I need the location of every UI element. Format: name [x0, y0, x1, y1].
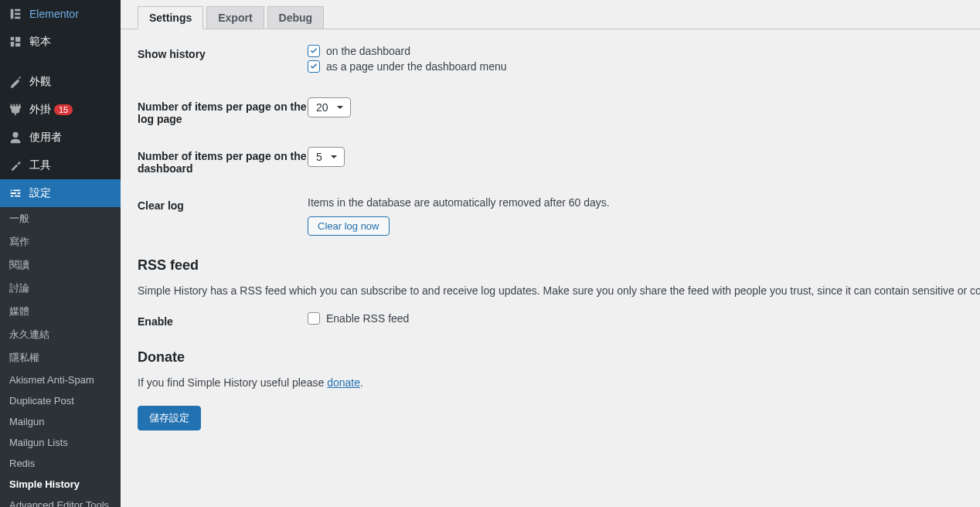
admin-sidebar: Elementor 範本 外觀 外掛 15 使用者 工具 設定 一般 — [0, 0, 121, 507]
update-badge: 15 — [54, 104, 73, 115]
submenu-item-simple-history[interactable]: Simple History — [0, 474, 121, 495]
enable-label: Enable — [138, 312, 308, 328]
submenu-item-akismet[interactable]: Akismet Anti-Spam — [0, 369, 121, 390]
checkbox-label: Enable RSS feed — [326, 312, 409, 325]
svg-rect-3 — [15, 17, 20, 19]
main-content: Settings Export Debug Show history on th… — [121, 0, 980, 507]
settings-tabs: Settings Export Debug — [121, 0, 980, 29]
submenu-item-redis[interactable]: Redis — [0, 453, 121, 474]
tab-export[interactable]: Export — [206, 6, 264, 29]
plug-icon — [8, 102, 23, 117]
donate-heading: Donate — [121, 349, 980, 366]
rss-feed-desc: Simple History has a RSS feed which you … — [121, 284, 980, 297]
submenu-item-mailgun-lists[interactable]: Mailgun Lists — [0, 432, 121, 453]
items-log-label: Number of items per page on the log page — [138, 97, 308, 125]
menu-label: 外觀 — [29, 75, 51, 89]
submenu-item-tinymce-advanced[interactable]: Advanced Editor Tools (TinyMCE Advanced) — [0, 495, 121, 507]
sidebar-item-appearance[interactable]: 外觀 — [0, 68, 121, 96]
menu-label: 外掛 — [29, 103, 51, 117]
save-settings-button[interactable]: 儲存設定 — [138, 406, 201, 430]
show-on-dashboard-checkbox[interactable] — [308, 45, 320, 57]
submenu-item-media[interactable]: 媒體 — [0, 300, 121, 323]
submenu-item-privacy[interactable]: 隱私權 — [0, 346, 121, 369]
items-dashboard-label: Number of items per page on the dashboar… — [138, 147, 308, 175]
menu-label: 設定 — [29, 186, 51, 200]
submenu-item-discussion[interactable]: 討論 — [0, 277, 121, 300]
settings-submenu: 一般 寫作 閱讀 討論 媒體 永久連結 隱私權 Akismet Anti-Spa… — [0, 207, 121, 507]
menu-label: Elementor — [29, 8, 79, 20]
clear-log-label: Clear log — [138, 196, 308, 212]
tab-debug[interactable]: Debug — [267, 6, 325, 29]
user-icon — [8, 130, 23, 145]
rss-feed-heading: RSS feed — [121, 257, 980, 274]
sidebar-item-tools[interactable]: 工具 — [0, 151, 121, 179]
svg-rect-2 — [15, 13, 20, 15]
sidebar-item-settings[interactable]: 設定 — [0, 179, 121, 207]
elementor-icon — [8, 6, 23, 22]
items-log-select[interactable]: 20 — [308, 97, 351, 117]
donate-text: If you find Simple History useful please… — [121, 376, 980, 389]
menu-label: 使用者 — [29, 131, 62, 145]
donate-link[interactable]: donate — [327, 376, 360, 389]
sidebar-item-users[interactable]: 使用者 — [0, 124, 121, 151]
brush-icon — [8, 74, 23, 90]
submenu-item-duplicate-post[interactable]: Duplicate Post — [0, 390, 121, 411]
show-as-page-checkbox[interactable] — [308, 60, 320, 73]
checkbox-label: as a page under the dashboard menu — [326, 60, 507, 73]
enable-rss-checkbox[interactable] — [308, 312, 320, 325]
checkbox-label: on the dashboard — [326, 45, 410, 57]
menu-label: 範本 — [29, 35, 51, 49]
clear-log-desc: Items in the database are automatically … — [308, 196, 980, 209]
templates-icon — [8, 34, 23, 49]
submenu-item-writing[interactable]: 寫作 — [0, 230, 121, 254]
clear-log-button[interactable]: Clear log now — [308, 216, 390, 236]
svg-rect-0 — [11, 9, 14, 19]
submenu-item-mailgun[interactable]: Mailgun — [0, 411, 121, 432]
items-dashboard-select[interactable]: 5 — [308, 147, 345, 167]
submenu-item-permalinks[interactable]: 永久連結 — [0, 323, 121, 346]
submenu-item-reading[interactable]: 閱讀 — [0, 254, 121, 277]
sliders-icon — [8, 185, 23, 201]
wrench-icon — [8, 158, 23, 173]
submenu-item-general[interactable]: 一般 — [0, 207, 121, 230]
tab-settings[interactable]: Settings — [138, 6, 203, 29]
menu-label: 工具 — [29, 158, 51, 172]
svg-rect-1 — [15, 9, 20, 12]
sidebar-item-elementor[interactable]: Elementor — [0, 0, 121, 28]
show-history-label: Show history — [138, 45, 308, 60]
sidebar-item-plugins[interactable]: 外掛 15 — [0, 96, 121, 124]
sidebar-item-templates[interactable]: 範本 — [0, 28, 121, 56]
